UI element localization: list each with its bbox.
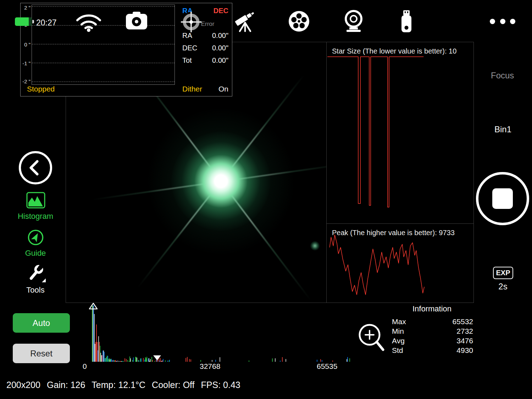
clock: 20:27 [36,18,57,28]
information-title: Information [390,304,474,314]
stat-value: 0.00" [212,56,228,65]
guide-scope-icon[interactable] [342,9,365,33]
crosshair-icon [180,11,202,33]
info-value: 4930 [456,346,473,356]
y-tick: -2 " [21,78,31,84]
fps: FPS: 0.43 [201,380,240,390]
dither-state[interactable]: On [218,85,228,93]
filter-wheel-icon[interactable] [288,10,310,33]
guide-label[interactable]: Guide [14,249,57,258]
stop-exposure-button[interactable] [476,172,529,225]
back-button[interactable] [19,151,52,184]
guide-stat-row: Tot 0.00" [182,56,228,65]
stat-label: DEC [182,44,197,52]
focus-mode-label[interactable]: Focus [491,71,514,81]
gridline [32,82,174,82]
star-size-title: Star Size (The lower value is better): 1… [332,47,456,55]
info-row: Avg 3476 [390,337,474,346]
histogram-label[interactable]: Histogram [14,212,57,221]
info-label: Max [392,317,406,327]
information-panel: Information Max 65532 Min 2732 Avg 3476 … [390,304,474,356]
histogram-tick: 0 [83,362,87,371]
guide-status: Stopped [27,85,55,93]
faint-star [310,241,320,251]
auto-stretch-button[interactable]: Auto [13,313,70,333]
stat-label: Tot [182,56,192,65]
reset-stretch-button[interactable]: Reset [13,344,70,363]
chevron-left-icon [25,157,46,178]
gridline [32,63,174,63]
resolution: 200x200 [6,380,40,390]
histogram-icon[interactable] [26,192,45,209]
tools-icon[interactable] [26,264,47,284]
app-root: Star Size (The lower value is better): 1… [0,0,532,399]
camera-status-bar: 200x200 Gain: 126 Temp: 12.1°C Cooler: O… [6,380,240,390]
guide-graph-panel[interactable]: 2 " 1 " 0 " -1 " -2 " 20:27 RA DEC Total… [20,3,232,96]
exposure-button[interactable]: EXP [493,267,513,279]
histogram-tick: 65535 [317,362,337,371]
temperature: Temp: 12.1°C [92,380,145,390]
info-label: Min [392,327,404,337]
camera-icon [126,11,148,30]
info-label: Avg [392,337,405,346]
info-label: Std [392,346,403,356]
guide-icon[interactable] [28,229,44,245]
focus-charts-panel: Star Size (The lower value is better): 1… [326,42,474,303]
tools-label[interactable]: Tools [14,286,57,295]
star-size-plot [327,42,473,223]
usb-storage-icon[interactable] [399,10,414,33]
telescope-icon[interactable] [233,9,257,33]
star [171,132,271,231]
histogram-tick: 32768 [200,362,220,371]
info-row: Max 65532 [390,317,474,327]
exposure-value[interactable]: 2s [489,282,516,292]
dither-label: Dither [182,85,202,93]
info-row: Min 2732 [390,327,474,337]
y-tick: -1 " [21,60,31,66]
white-point-marker[interactable] [152,355,162,361]
battery-icon [15,17,35,26]
gain: Gain: 126 [47,380,85,390]
info-value: 2732 [456,327,473,337]
info-row: Std 4930 [390,346,474,356]
peak-title: Peak (The higher value is better): 9733 [332,229,455,237]
stop-icon [492,188,513,209]
zoom-icon[interactable] [356,321,386,353]
gridline [32,44,174,44]
peak-chart: Peak (The higher value is better): 9733 [327,224,473,303]
y-tick: 0 " [21,41,31,48]
star-size-chart: Star Size (The lower value is better): 1… [327,42,473,224]
dec-header: DEC [214,7,228,15]
y-tick: 2 " [21,5,31,11]
stat-value: 0.00" [212,44,228,52]
gridline [32,6,174,7]
black-point-marker[interactable] [88,302,98,310]
stat-value: 0.00" [212,32,228,40]
image-histogram[interactable] [89,304,357,362]
info-value: 65532 [453,317,473,327]
guide-stat-row: DEC 0.00" [182,44,228,52]
info-value: 3476 [456,337,473,346]
more-icon[interactable] [490,18,515,24]
cooler: Cooler: Off [152,380,194,390]
wifi-icon [72,10,105,32]
bin-setting[interactable]: Bin1 [489,124,516,134]
